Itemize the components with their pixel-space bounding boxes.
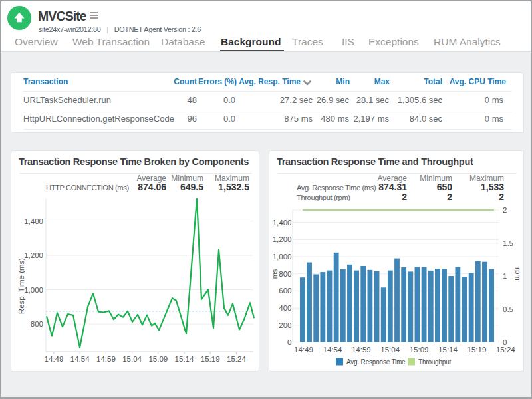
- svg-text:15:24: 15:24: [496, 346, 515, 354]
- svg-text:600: 600: [279, 287, 291, 295]
- svg-text:1,200: 1,200: [24, 251, 43, 259]
- svg-text:15:09: 15:09: [410, 346, 429, 354]
- svg-text:2: 2: [503, 206, 507, 214]
- svg-text:400: 400: [279, 304, 291, 312]
- svg-text:0: 0: [503, 338, 507, 346]
- svg-text:ms: ms: [271, 269, 279, 279]
- svg-text:1,400: 1,400: [24, 217, 43, 225]
- svg-text:800: 800: [31, 320, 43, 328]
- svg-text:0: 0: [287, 338, 291, 346]
- svg-text:15:19: 15:19: [467, 346, 487, 354]
- svg-text:15:04: 15:04: [122, 355, 142, 363]
- svg-text:15:04: 15:04: [380, 346, 400, 354]
- svg-text:1,000: 1,000: [273, 253, 292, 261]
- svg-text:15:14: 15:14: [175, 355, 194, 363]
- svg-text:rpm: rpm: [514, 267, 522, 281]
- svg-text:14:49: 14:49: [45, 355, 64, 363]
- svg-text:1,400: 1,400: [273, 219, 292, 227]
- svg-text:800: 800: [279, 270, 291, 278]
- svg-text:1,000: 1,000: [24, 286, 43, 294]
- svg-text:Resp. Time (ms): Resp. Time (ms): [17, 258, 25, 315]
- svg-text:1: 1: [503, 272, 507, 280]
- svg-text:0.5: 0.5: [503, 305, 513, 313]
- svg-text:Throughput: Throughput: [418, 358, 452, 366]
- svg-text:14:59: 14:59: [96, 355, 116, 363]
- svg-text:14:54: 14:54: [70, 355, 90, 363]
- svg-text:15:19: 15:19: [201, 355, 220, 363]
- svg-text:15:14: 15:14: [438, 346, 458, 354]
- svg-text:15:24: 15:24: [227, 355, 246, 363]
- svg-text:Avg. Response Time: Avg. Response Time: [346, 358, 406, 366]
- svg-text:200: 200: [279, 321, 291, 329]
- svg-text:1,200: 1,200: [273, 235, 292, 243]
- svg-text:1.5: 1.5: [503, 239, 513, 247]
- svg-text:14:54: 14:54: [323, 346, 342, 354]
- svg-text:14:59: 14:59: [352, 346, 371, 354]
- svg-text:15:09: 15:09: [148, 355, 168, 363]
- svg-text:14:49: 14:49: [294, 346, 313, 354]
